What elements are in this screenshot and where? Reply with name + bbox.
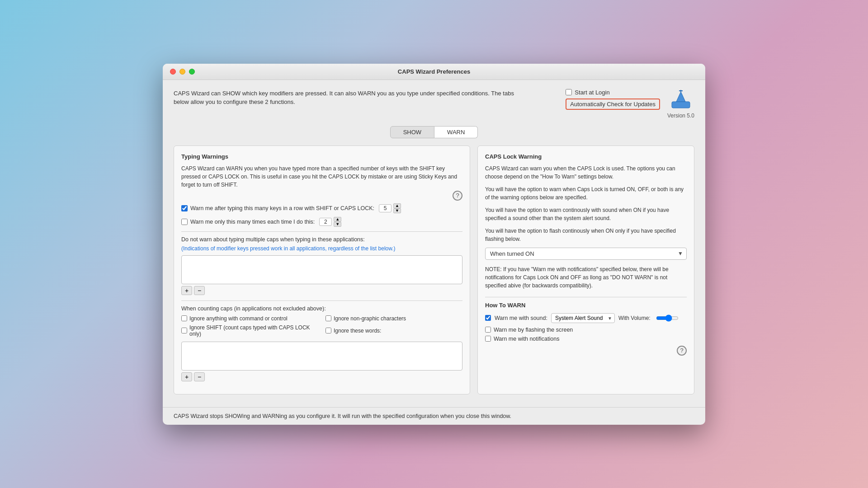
footer-text: CAPS Wizard stops SHOWing and WARNing as… (174, 413, 511, 419)
start-login-row: Start at Login (566, 89, 660, 96)
help-icon[interactable]: ? (453, 191, 462, 201)
warn-notify-checkbox[interactable] (485, 336, 491, 342)
auto-check-button[interactable]: Automatically Check for Updates (566, 99, 660, 110)
ignore-command-item: Ignore anything with command or control (181, 315, 318, 322)
sound-select[interactable]: System Alert Sound Basso Blow (551, 313, 615, 323)
title-bar: CAPS Wizard Preferences (163, 64, 705, 80)
ignore-non-graphic-item: Ignore non-graphic characters (326, 315, 462, 322)
left-panel: Typing Warnings CAPS Wizard can WARN you… (174, 145, 470, 394)
warn-row2-label: Warn me only this many times each time I… (190, 219, 315, 225)
warn-row1-value: 5 (379, 204, 392, 212)
warn-notify-row: Warn me with notifications (485, 336, 687, 342)
exclude-list-controls: + − (181, 286, 462, 295)
ignore-command-label: Ignore anything with command or control (189, 315, 288, 322)
warn-row-1: Warn me after typing this many keys in a… (181, 203, 462, 213)
ignore-non-graphic-checkbox[interactable] (326, 315, 331, 321)
words-list-controls: + − (181, 372, 462, 381)
exclude-remove-btn[interactable]: − (194, 286, 205, 295)
exclude-link[interactable]: (Indications of modifier keys pressed wo… (181, 245, 462, 252)
ignore-non-graphic-label: Ignore non-graphic characters (334, 315, 406, 322)
warn-row-2: Warn me only this many times each time I… (181, 217, 462, 227)
warn-row2-up[interactable]: ▲ (334, 217, 341, 222)
top-checkboxes: Start at Login Automatically Check for U… (566, 89, 660, 110)
start-login-label: Start at Login (575, 89, 609, 96)
footer: CAPS Wizard stops SHOWing and WARNing as… (163, 407, 705, 425)
sound-select-wrapper: System Alert Sound Basso Blow ▼ (551, 313, 615, 323)
version-area: Version 5.0 (667, 89, 694, 119)
top-section: CAPS Wizard can SHOW which key modifiers… (174, 89, 694, 119)
typing-warnings-title: Typing Warnings (181, 153, 462, 160)
tab-show[interactable]: SHOW (390, 126, 434, 138)
volume-label: With Volume: (618, 315, 651, 321)
main-window: CAPS Wizard Preferences CAPS Wizard can … (163, 64, 705, 425)
right-bottom-help: ? (485, 346, 687, 356)
ignore-shift-label: Ignore SHIFT (count caps typed with CAPS… (189, 324, 318, 337)
ignore-command-checkbox[interactable] (181, 315, 187, 321)
maximize-button[interactable] (189, 69, 195, 75)
svg-rect-0 (672, 102, 690, 108)
caps-dropdown-row: When turned ON When turned OFF When turn… (485, 248, 687, 260)
warn-row2-down[interactable]: ▼ (334, 222, 341, 227)
counting-title: When counting caps (in applications not … (181, 305, 462, 312)
warn-row2-stepper: 2 ▲ ▼ (319, 217, 341, 227)
ignore-words-label: Ignore these words: (334, 328, 381, 334)
ignore-shift-item: Ignore SHIFT (count caps typed with CAPS… (181, 324, 318, 337)
app-description: CAPS Wizard can SHOW which key modifiers… (174, 89, 517, 107)
warn-row1-checkbox[interactable] (181, 205, 188, 211)
right-panel: CAPS Lock Warning CAPS Wizard can warn y… (477, 145, 694, 394)
warn-row2-checkbox[interactable] (181, 219, 188, 225)
warn-row1-arrows: ▲ ▼ (393, 203, 401, 213)
right-help-icon[interactable]: ? (677, 346, 687, 356)
words-list-box (181, 342, 462, 371)
caps-lock-title: CAPS Lock Warning (485, 153, 687, 160)
caps-dropdown-wrapper: When turned ON When turned OFF When turn… (485, 248, 687, 260)
warn-flash-row: Warn me by flashing the screen (485, 327, 687, 333)
warn-sound-row: Warn me with sound: System Alert Sound B… (485, 313, 687, 323)
ignore-words-item: Ignore these words: (326, 324, 462, 337)
tab-warn[interactable]: WARN (434, 126, 478, 138)
caps-desc3: You will have the option to warn contino… (485, 206, 687, 222)
warn-row1-label: Warn me after typing this many keys in a… (190, 205, 374, 211)
main-panels: Typing Warnings CAPS Wizard can WARN you… (174, 145, 694, 394)
exclude-list-box (181, 255, 462, 284)
tab-bar: SHOW WARN (174, 126, 694, 138)
warn-flash-label: Warn me by flashing the screen (494, 327, 573, 333)
warn-row2-arrows: ▲ ▼ (334, 217, 341, 227)
caps-desc4: You will have the option to flash contin… (485, 227, 687, 243)
auto-check-row: Automatically Check for Updates (566, 99, 660, 110)
ignore-words-checkbox[interactable] (326, 328, 331, 333)
svg-marker-2 (676, 92, 685, 102)
warn-sound-checkbox[interactable] (485, 315, 491, 321)
words-remove-btn[interactable]: − (194, 372, 205, 381)
content-area: CAPS Wizard can SHOW which key modifiers… (163, 80, 705, 404)
caps-dropdown[interactable]: When turned ON When turned OFF When turn… (485, 248, 687, 260)
traffic-lights (170, 69, 195, 75)
close-button[interactable] (170, 69, 176, 75)
top-right-area: Start at Login Automatically Check for U… (566, 89, 694, 119)
warn-sound-label: Warn me with sound: (495, 315, 547, 321)
warn-notify-label: Warn me with notifications (494, 336, 559, 342)
typing-desc: CAPS Wizard can WARN you when you have t… (181, 164, 462, 189)
caps-desc1: CAPS Wizard can warn you when the CAPS L… (485, 164, 687, 181)
minimize-button[interactable] (179, 69, 185, 75)
warn-row1-up[interactable]: ▲ (393, 203, 401, 208)
caps-desc2: You will have the option to warn when Ca… (485, 185, 687, 202)
volume-slider[interactable] (656, 314, 679, 322)
window-title: CAPS Wizard Preferences (398, 68, 470, 75)
warn-row1-down[interactable]: ▼ (393, 208, 401, 213)
caps-note: NOTE: If you have "Warn me with notifica… (485, 265, 687, 290)
exclude-label: Do not warn about typing multiple caps w… (181, 236, 462, 243)
warn-row2-value: 2 (319, 218, 332, 226)
warn-flash-checkbox[interactable] (485, 327, 491, 333)
how-to-warn-title: How To WARN (485, 302, 687, 309)
counting-checkboxes: Ignore anything with command or control … (181, 315, 462, 337)
ignore-shift-checkbox[interactable] (181, 328, 187, 333)
version-label: Version 5.0 (667, 113, 694, 119)
exclude-add-btn[interactable]: + (181, 286, 192, 295)
warn-row1-stepper: 5 ▲ ▼ (379, 203, 401, 213)
app-icon (670, 89, 692, 111)
words-add-btn[interactable]: + (181, 372, 192, 381)
start-login-checkbox[interactable] (566, 89, 572, 95)
